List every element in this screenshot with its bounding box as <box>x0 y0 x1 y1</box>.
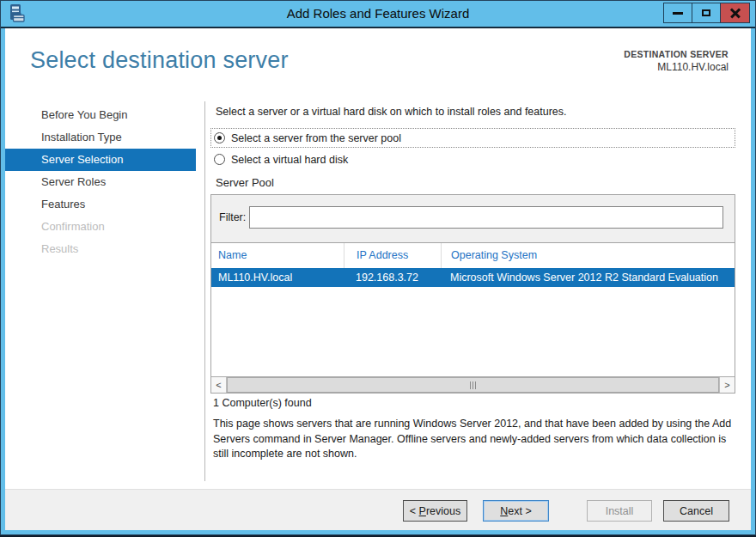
filter-input[interactable] <box>249 206 723 229</box>
chevron-right-icon: > <box>724 380 729 390</box>
page-description: This page shows servers that are running… <box>213 417 732 462</box>
column-header-ip-address[interactable]: IP Address <box>344 243 441 268</box>
wizard-steps-nav: Before You Begin Installation Type Serve… <box>5 104 204 260</box>
table-row-selected[interactable]: ML110.HV.local 192.168.3.72 Microsoft Wi… <box>211 268 735 287</box>
radio-label: Select a virtual hard disk <box>231 154 348 166</box>
table-header-row: Name IP Address Operating System <box>211 243 735 268</box>
sidebar-item-server-selection[interactable]: Server Selection <box>5 149 196 171</box>
cell-server-name: ML110.HV.local <box>211 268 344 287</box>
sidebar-item-confirmation: Confirmation <box>5 216 204 238</box>
filter-row: Filter: <box>211 195 735 242</box>
scroll-right-button[interactable]: > <box>719 377 735 393</box>
wizard-dialog: Select destination server DESTINATION SE… <box>5 28 751 530</box>
sidebar-item-features[interactable]: Features <box>5 193 204 216</box>
window-controls <box>663 3 750 23</box>
close-icon <box>729 7 741 19</box>
server-pool-box: Filter: Name IP Address Operating System… <box>210 194 735 394</box>
maximize-button[interactable] <box>692 3 721 22</box>
sidebar-item-installation-type[interactable]: Installation Type <box>5 126 204 149</box>
main-content: Select a server or a virtual hard disk o… <box>210 28 736 489</box>
screen: Add Roles and Features Wizard Select des… <box>0 0 756 537</box>
previous-button[interactable]: < Previous <box>403 500 467 522</box>
radio-label: Select a server from the server pool <box>231 132 401 144</box>
column-header-operating-system[interactable]: Operating System <box>441 243 735 268</box>
sidebar-item-server-roles[interactable]: Server Roles <box>5 171 204 193</box>
filter-label: Filter: <box>219 211 246 223</box>
scrollbar-thumb[interactable] <box>227 377 719 393</box>
minimize-icon <box>673 12 683 15</box>
cell-operating-system: Microsoft Windows Server 2012 R2 Standar… <box>441 268 735 287</box>
titlebar[interactable]: Add Roles and Features Wizard <box>1 1 755 27</box>
chevron-left-icon: < <box>216 380 221 390</box>
radio-select-server-pool[interactable]: Select a server from the server pool <box>211 129 735 147</box>
window-title: Add Roles and Features Wizard <box>1 1 755 27</box>
radio-button-icon[interactable] <box>214 154 225 165</box>
horizontal-scrollbar[interactable]: < > <box>211 376 735 393</box>
sidebar-content-divider <box>204 101 205 481</box>
maximize-icon <box>702 9 710 16</box>
table-empty-area <box>211 287 735 376</box>
next-button[interactable]: Next > <box>483 500 549 522</box>
scroll-left-button[interactable]: < <box>211 377 227 393</box>
column-header-name[interactable]: Name <box>211 243 344 268</box>
intro-text: Select a server or a virtual hard disk o… <box>216 106 567 118</box>
sidebar-item-before-you-begin[interactable]: Before You Begin <box>5 104 204 126</box>
scrollbar-grip-icon <box>470 381 477 389</box>
minimize-button[interactable] <box>664 3 692 22</box>
computers-found-status: 1 Computer(s) found <box>213 397 312 409</box>
footer-bar: < Previous Next > Install Cancel <box>5 489 751 530</box>
wizard-window: Add Roles and Features Wizard Select des… <box>0 0 756 535</box>
radio-button-icon[interactable] <box>214 132 225 143</box>
cancel-button[interactable]: Cancel <box>663 500 729 522</box>
close-button[interactable] <box>721 3 749 22</box>
sidebar-item-results: Results <box>5 238 204 260</box>
cell-ip-address: 192.168.3.72 <box>344 268 441 287</box>
radio-select-virtual-hard-disk[interactable]: Select a virtual hard disk <box>211 150 735 168</box>
install-button: Install <box>587 500 652 522</box>
server-pool-table: Name IP Address Operating System ML110.H… <box>211 242 735 393</box>
server-pool-section-label: Server Pool <box>216 176 274 189</box>
